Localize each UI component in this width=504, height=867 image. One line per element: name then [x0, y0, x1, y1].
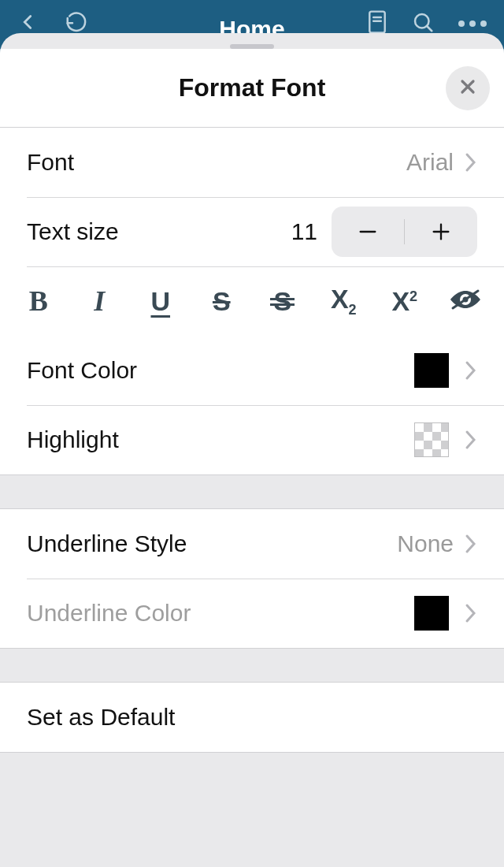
bold-icon: B: [29, 285, 48, 318]
text-size-stepper: [332, 207, 477, 257]
chevron-right-icon: [465, 603, 477, 623]
font-color-swatch: [414, 353, 449, 388]
sheet-header: Format Font: [0, 49, 504, 128]
strikethrough-button[interactable]: S: [191, 266, 253, 336]
underline-button[interactable]: U: [130, 266, 191, 336]
row-text-styles: B I U S S X2: [0, 266, 504, 336]
more-icon: [457, 17, 488, 31]
eye-off-icon: [448, 288, 483, 314]
row-underline-style[interactable]: Underline Style None: [0, 509, 504, 579]
bold-button[interactable]: B: [8, 266, 69, 336]
row-text-size: Text size 11: [0, 197, 504, 266]
font-color-label: Font Color: [27, 357, 414, 384]
italic-icon: I: [94, 285, 105, 318]
underline-icon: U: [150, 286, 170, 317]
underline-style-value: None: [397, 530, 454, 557]
group-default: Set as Default: [0, 683, 504, 753]
subscript-button[interactable]: X2: [313, 266, 375, 336]
font-label: Font: [27, 149, 406, 176]
svg-point-5: [458, 20, 465, 27]
svg-point-7: [480, 20, 487, 27]
highlight-label: Highlight: [27, 426, 414, 453]
svg-line-4: [427, 26, 432, 31]
superscript-icon: X2: [391, 286, 417, 317]
svg-point-6: [469, 20, 476, 27]
section-gap: [0, 474, 504, 509]
close-button[interactable]: [446, 66, 490, 110]
chevron-right-icon: [465, 534, 477, 554]
sheet-title: Format Font: [179, 73, 326, 102]
stepper-plus-button[interactable]: [405, 207, 477, 257]
underline-color-label: Underline Color: [27, 600, 414, 627]
row-highlight[interactable]: Highlight: [0, 405, 504, 474]
close-icon: [458, 77, 477, 99]
double-strikethrough-button[interactable]: S: [252, 266, 313, 336]
row-underline-color[interactable]: Underline Color: [0, 579, 504, 648]
row-font-color[interactable]: Font Color: [0, 336, 504, 405]
set-default-label: Set as Default: [27, 704, 477, 731]
underline-style-label: Underline Style: [27, 530, 397, 557]
group-font: Font Arial Text size 11 B: [0, 128, 504, 474]
chevron-right-icon: [465, 360, 477, 381]
format-font-sheet: Format Font Font Arial Text size 11: [0, 33, 504, 867]
double-strikethrough-icon: S: [273, 286, 291, 317]
chevron-right-icon: [465, 152, 477, 173]
strikethrough-icon: S: [213, 286, 231, 317]
group-underline: Underline Style None Underline Color: [0, 509, 504, 648]
italic-button[interactable]: I: [69, 266, 131, 336]
superscript-button[interactable]: X2: [374, 266, 435, 336]
text-size-value: 11: [291, 218, 317, 245]
section-gap: [0, 648, 504, 683]
chevron-right-icon: [465, 430, 477, 450]
subscript-icon: X2: [331, 284, 357, 318]
row-set-default[interactable]: Set as Default: [0, 683, 504, 752]
text-size-label: Text size: [27, 218, 291, 245]
stepper-minus-button[interactable]: [332, 207, 404, 257]
font-value: Arial: [406, 149, 454, 176]
highlight-swatch: [414, 422, 449, 457]
hidden-text-button[interactable]: [435, 266, 497, 336]
underline-color-swatch: [414, 596, 449, 631]
row-font[interactable]: Font Arial: [0, 128, 504, 197]
